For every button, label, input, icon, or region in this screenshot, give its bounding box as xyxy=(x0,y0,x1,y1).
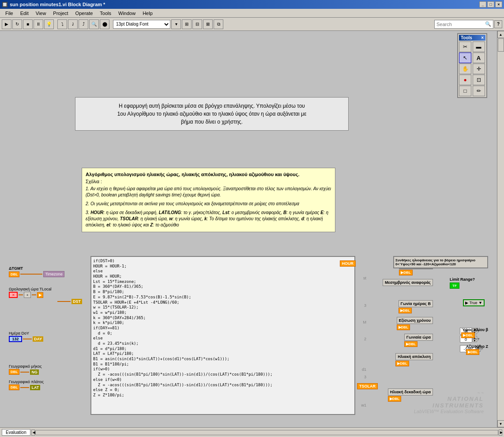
index-st: st xyxy=(363,276,366,280)
step-over-button[interactable]: ⤸ xyxy=(68,19,78,29)
hour-angle-dbl: ▶DBL xyxy=(404,341,417,347)
tool-wire[interactable]: ✛ xyxy=(473,64,485,74)
menu-window[interactable]: Window xyxy=(115,10,139,17)
run-button[interactable]: ▶ xyxy=(2,19,11,29)
conditions-panel: Συνθήκες ηλιοφάνειας για το βόρειο ημισφ… xyxy=(393,256,488,268)
highlight-button[interactable]: 💡 xyxy=(44,19,54,29)
probe-button[interactable]: 🔍 xyxy=(89,19,99,29)
solar-declination-title: Ηλιακή απόκλιση xyxy=(395,353,433,360)
day-angle-panel: Γωνία ημέρας Β ▶DBL xyxy=(399,300,433,313)
limit-range-panel: Limit Range? TF xyxy=(450,277,475,289)
evaluation-tab[interactable]: Evaluation xyxy=(2,429,30,436)
algo-note-2: 2. Οι γωνίες μετατρέπονται σε ακτίνια γι… xyxy=(86,201,331,207)
resize-button[interactable]: ⊠ xyxy=(203,19,213,29)
abort-button[interactable]: ■ xyxy=(23,19,33,29)
align-button[interactable]: ⊞ xyxy=(182,19,192,29)
menu-view[interactable]: View xyxy=(32,10,50,17)
solar-decimal-hour-dbl: ▶DBL xyxy=(388,396,401,402)
scroll-left-button[interactable]: ◄ xyxy=(31,429,35,436)
lat-label: Γεωγραφικό πλάτος xyxy=(9,380,44,384)
run-continuously-button[interactable]: ↻ xyxy=(12,19,22,29)
true-selector[interactable]: ▶ True ▼ xyxy=(463,299,485,306)
time-equation-title: Εξίσωση χρόνου xyxy=(397,317,433,324)
search-icon: 🔍 xyxy=(485,21,491,27)
menu-edit[interactable]: Edit xyxy=(17,10,32,17)
day-connector: Ημέρα DoY 132 DAY xyxy=(9,331,43,342)
limit-range-label: Limit Range? xyxy=(450,277,475,282)
menu-help[interactable]: Help xyxy=(139,10,156,17)
day-value[interactable]: 132 xyxy=(9,336,22,342)
distribute-button[interactable]: ⊟ xyxy=(192,19,202,29)
scroll-down-button[interactable]: ▼ xyxy=(497,420,504,427)
tool-text[interactable]: A xyxy=(473,53,485,63)
scroll-thumb[interactable] xyxy=(498,38,504,52)
azimuth-label: Αζιμούθιο Z xyxy=(466,344,488,349)
algo-note-label: Σχόλια : xyxy=(86,179,331,184)
sun-height-output: Ύψος Ηλίου β ▶DBL xyxy=(461,328,488,338)
minimize-button[interactable]: _ xyxy=(479,1,486,8)
menu-tools[interactable]: Tools xyxy=(96,10,115,17)
menu-bar: File Edit View Project Operate Tools Win… xyxy=(0,9,504,18)
comment-box: Η εφαρμογή αυτή βρίσκεται μέσα σε βρόγχο… xyxy=(75,97,349,131)
solar-declination-dbl: ▶DBL xyxy=(395,361,409,366)
ni-name-1: NATIONAL xyxy=(414,396,484,402)
search-box[interactable]: 🔍 xyxy=(434,20,493,29)
tool-probe[interactable]: ⊡ xyxy=(473,75,485,85)
index-3b: 3 xyxy=(364,375,366,379)
conditions-title: Συνθήκες ηλιοφάνειας για το βόρειο ημισφ… xyxy=(395,258,486,266)
tools-panel: Tools × ✂ ▬ ↖ A ✋ ✛ ● ⊡ □ ✏ xyxy=(457,33,487,98)
algo-note-3: 3. HOUR: η ώρα σε δεκαδική μορφή, LAT/LO… xyxy=(86,210,331,228)
day-angle-title: Γωνία ημέρας Β xyxy=(399,300,433,307)
breakpoint-button[interactable]: ⬤ xyxy=(100,19,109,29)
step-out-button[interactable]: ⤴ xyxy=(79,19,88,29)
azimuth-output: Αζιμούθιο Z ▶DBL xyxy=(466,344,488,355)
tools-close-button[interactable]: × xyxy=(481,35,484,40)
menu-project[interactable]: Project xyxy=(49,10,71,17)
tool-scissors[interactable]: ✂ xyxy=(459,41,471,52)
tool-arrow[interactable]: ↖ xyxy=(459,53,471,63)
tool-hand[interactable]: ✋ xyxy=(459,64,471,74)
dst-wire xyxy=(57,301,71,302)
index-w1: w1 xyxy=(361,403,366,407)
meridian-panel: Μεσημβρινός αναφοράς xyxy=(383,279,433,286)
tlocal-ctrl[interactable]: ✕ xyxy=(9,292,18,298)
search-input[interactable] xyxy=(436,22,485,27)
canvas: Tools × ✂ ▬ ↖ A ✋ ✛ ● ⊡ □ ✏ Η εφαρμογή α… xyxy=(0,31,497,427)
tool-pencil[interactable]: ✏ xyxy=(473,86,485,96)
ni-swoosh: ~ ~ xyxy=(414,391,484,396)
lat-dbl: DBL xyxy=(9,384,19,390)
font-size-down[interactable]: ▾ xyxy=(171,19,181,29)
horizontal-scrollbar[interactable] xyxy=(35,430,498,435)
scroll-right-button[interactable]: ► xyxy=(499,429,502,436)
numeric-0-down[interactable]: ▼ xyxy=(473,339,477,342)
azimuth-dbl: ▶DBL xyxy=(466,349,479,355)
tool-color[interactable]: ● xyxy=(459,75,471,85)
tsolar-label: TSOLAR xyxy=(357,383,378,388)
scroll-up-button[interactable]: ▲ xyxy=(497,31,504,38)
true-value: ▶ True ▼ xyxy=(465,301,482,305)
tool-bar[interactable]: ▬ xyxy=(473,41,485,52)
long-connector: Γεωγραφικό μήκος DBL NG xyxy=(9,364,41,375)
comment-text: Η εφαρμογή αυτή βρίσκεται μέσα σε βρόγχο… xyxy=(80,102,344,126)
maximize-button[interactable]: □ xyxy=(487,1,494,8)
pause-button[interactable]: ⏸ xyxy=(34,19,43,29)
decimal-hour-dbl: ▶DBL xyxy=(399,270,412,275)
ni-logo: ~ ~ NATIONAL INSTRUMENTS LabVIEW™ Evalua… xyxy=(414,391,484,414)
tf-led[interactable]: TF xyxy=(450,283,459,289)
step-into-button[interactable]: ⤵ xyxy=(57,19,67,29)
algo-note-1: 1. Αν ισχύει η θερινή ώρα αφαιρείται μια… xyxy=(86,186,331,198)
close-button[interactable]: × xyxy=(495,1,502,8)
true-dropdown: ▶ True ▼ xyxy=(463,299,485,306)
menu-operate[interactable]: Operate xyxy=(72,10,97,17)
lat-node: LAT xyxy=(30,385,40,390)
order-button[interactable]: ⧉ xyxy=(214,19,223,29)
menu-file[interactable]: File xyxy=(2,10,17,17)
sun-height-label: Ύψος Ηλίου β xyxy=(461,328,488,332)
toolbar: ▶ ↻ ■ ⏸ 💡 ⤵ ⤸ ⤴ 🔍 ⬤ 13pt Dialog Font ▾ ⊞… xyxy=(0,18,504,31)
dtgmt-label: ΔTGMT xyxy=(9,266,64,271)
help-button[interactable]: ? xyxy=(494,20,502,28)
tlocal-dbl: ▶ xyxy=(37,292,43,298)
tool-breakpoint[interactable]: □ xyxy=(459,86,471,96)
font-selector[interactable]: 13pt Dialog Font xyxy=(113,20,170,29)
block-diagram-area: if(DST>0) HOUR = HOUR-1; else HOUR = HOU… xyxy=(90,256,355,415)
